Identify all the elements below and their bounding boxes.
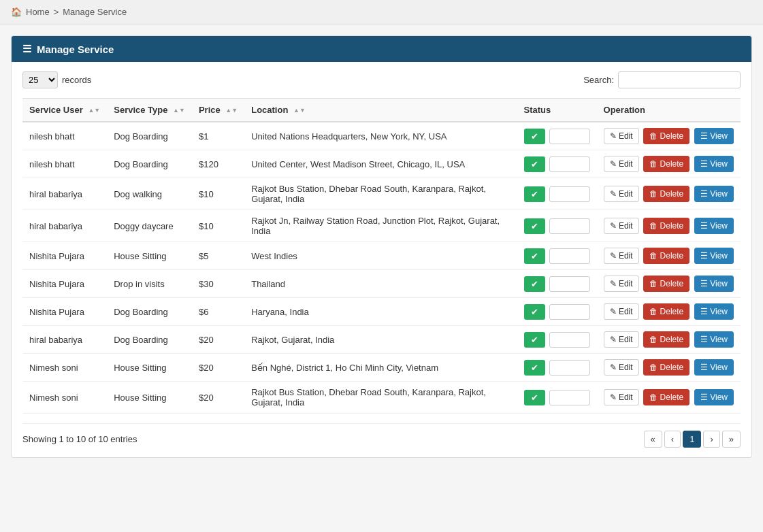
status-input[interactable] bbox=[549, 332, 590, 348]
delete-button[interactable]: 🗑 Delete bbox=[643, 303, 689, 320]
cell-service-type: House Sitting bbox=[107, 354, 192, 382]
cell-price: $10 bbox=[192, 178, 244, 210]
cell-service-type: House Sitting bbox=[107, 382, 192, 414]
table-row: Nishita Pujara Dog Boarding $6 Haryana, … bbox=[22, 298, 741, 326]
edit-button[interactable]: ✎ Edit bbox=[604, 218, 639, 234]
view-button[interactable]: ☰ View bbox=[694, 359, 734, 376]
status-input[interactable] bbox=[549, 129, 590, 144]
edit-button[interactable]: ✎ Edit bbox=[604, 389, 639, 405]
cell-status: ✔ bbox=[517, 354, 597, 382]
cell-operation: ✎ Edit 🗑 Delete ☰ View bbox=[597, 326, 741, 354]
panel-body: 10 25 50 100 records Search: Service Use… bbox=[12, 62, 751, 457]
search-control: Search: bbox=[583, 71, 741, 88]
search-input[interactable] bbox=[618, 71, 741, 88]
status-toggle[interactable]: ✔ bbox=[524, 218, 545, 234]
panel-header: ☰ Manage Service bbox=[12, 36, 751, 62]
view-button[interactable]: ☰ View bbox=[694, 156, 734, 172]
delete-button[interactable]: 🗑 Delete bbox=[643, 218, 689, 234]
status-toggle[interactable]: ✔ bbox=[524, 156, 545, 172]
main-container: ☰ Manage Service 10 25 50 100 records Se… bbox=[11, 35, 752, 458]
edit-button[interactable]: ✎ Edit bbox=[604, 248, 639, 264]
cell-service-user: hiral babariya bbox=[22, 178, 107, 210]
edit-button[interactable]: ✎ Edit bbox=[604, 156, 639, 172]
cell-status: ✔ bbox=[517, 298, 597, 326]
cell-operation: ✎ Edit 🗑 Delete ☰ View bbox=[597, 242, 741, 270]
delete-button[interactable]: 🗑 Delete bbox=[643, 276, 689, 292]
view-button[interactable]: ☰ View bbox=[694, 389, 734, 405]
col-status: Status bbox=[517, 99, 597, 122]
edit-button[interactable]: ✎ Edit bbox=[604, 128, 639, 144]
status-toggle[interactable]: ✔ bbox=[524, 129, 545, 144]
delete-button[interactable]: 🗑 Delete bbox=[643, 156, 689, 172]
edit-button[interactable]: ✎ Edit bbox=[604, 276, 639, 292]
sort-arrows-type: ▲▼ bbox=[173, 107, 185, 114]
delete-button[interactable]: 🗑 Delete bbox=[643, 186, 689, 202]
edit-button[interactable]: ✎ Edit bbox=[604, 331, 639, 348]
status-input[interactable] bbox=[549, 218, 590, 234]
pagination-prev[interactable]: ‹ bbox=[664, 431, 681, 448]
cell-service-type: House Sitting bbox=[107, 242, 192, 270]
records-select[interactable]: 10 25 50 100 bbox=[22, 71, 58, 88]
view-button[interactable]: ☰ View bbox=[694, 186, 734, 202]
cell-price: $5 bbox=[192, 242, 244, 270]
cell-status: ✔ bbox=[517, 122, 597, 150]
edit-button[interactable]: ✎ Edit bbox=[604, 186, 639, 202]
cell-operation: ✎ Edit 🗑 Delete ☰ View bbox=[597, 210, 741, 242]
delete-button[interactable]: 🗑 Delete bbox=[643, 331, 689, 348]
panel-icon: ☰ bbox=[22, 43, 31, 55]
delete-button[interactable]: 🗑 Delete bbox=[643, 128, 689, 144]
pagination-first[interactable]: « bbox=[644, 431, 662, 448]
table-row: Nimesh soni House Sitting $20 Rajkot Bus… bbox=[22, 382, 741, 414]
view-button[interactable]: ☰ View bbox=[694, 248, 734, 264]
status-input[interactable] bbox=[549, 304, 590, 320]
search-label: Search: bbox=[583, 75, 614, 85]
top-controls: 10 25 50 100 records Search: bbox=[22, 71, 741, 88]
cell-operation: ✎ Edit 🗑 Delete ☰ View bbox=[597, 150, 741, 178]
view-button[interactable]: ☰ View bbox=[694, 128, 734, 144]
status-input[interactable] bbox=[549, 186, 590, 202]
view-button[interactable]: ☰ View bbox=[694, 276, 734, 292]
status-toggle[interactable]: ✔ bbox=[524, 304, 545, 320]
cell-price: $10 bbox=[192, 210, 244, 242]
cell-operation: ✎ Edit 🗑 Delete ☰ View bbox=[597, 122, 741, 150]
pagination-current[interactable]: 1 bbox=[683, 431, 701, 448]
breadcrumb-current: Manage Service bbox=[63, 7, 127, 17]
view-button[interactable]: ☰ View bbox=[694, 303, 734, 320]
cell-location: United Center, West Madison Street, Chic… bbox=[244, 150, 517, 178]
status-toggle[interactable]: ✔ bbox=[524, 360, 545, 376]
delete-button[interactable]: 🗑 Delete bbox=[643, 389, 689, 405]
breadcrumb-home[interactable]: Home bbox=[26, 7, 50, 17]
records-control: 10 25 50 100 records bbox=[22, 71, 91, 88]
status-input[interactable] bbox=[549, 156, 590, 172]
table-row: Nishita Pujara House Sitting $5 West Ind… bbox=[22, 242, 741, 270]
view-button[interactable]: ☰ View bbox=[694, 218, 734, 234]
cell-status: ✔ bbox=[517, 270, 597, 298]
delete-button[interactable]: 🗑 Delete bbox=[643, 248, 689, 264]
col-operation: Operation bbox=[597, 99, 741, 122]
pagination-next[interactable]: › bbox=[703, 431, 719, 448]
edit-button[interactable]: ✎ Edit bbox=[604, 359, 639, 376]
table-row: nilesh bhatt Dog Boarding $1 United Nati… bbox=[22, 122, 741, 150]
cell-service-type: Dog Boarding bbox=[107, 326, 192, 354]
cell-service-type: Drop in visits bbox=[107, 270, 192, 298]
status-toggle[interactable]: ✔ bbox=[524, 390, 545, 405]
status-input[interactable] bbox=[549, 248, 590, 264]
status-input[interactable] bbox=[549, 390, 590, 405]
edit-button[interactable]: ✎ Edit bbox=[604, 303, 639, 320]
status-toggle[interactable]: ✔ bbox=[524, 332, 545, 348]
cell-service-user: Nimesh soni bbox=[22, 354, 107, 382]
table-header-row: Service User ▲▼ Service Type ▲▼ Price ▲▼… bbox=[22, 99, 741, 122]
delete-button[interactable]: 🗑 Delete bbox=[643, 359, 689, 376]
status-input[interactable] bbox=[549, 276, 590, 292]
status-toggle[interactable]: ✔ bbox=[524, 186, 545, 202]
status-toggle[interactable]: ✔ bbox=[524, 248, 545, 264]
cell-location: Rajkot Bus Station, Dhebar Road South, K… bbox=[244, 178, 517, 210]
cell-service-user: Nishita Pujara bbox=[22, 298, 107, 326]
status-toggle[interactable]: ✔ bbox=[524, 276, 545, 292]
status-input[interactable] bbox=[549, 360, 590, 376]
cell-status: ✔ bbox=[517, 210, 597, 242]
pagination-last[interactable]: » bbox=[722, 431, 741, 448]
view-button[interactable]: ☰ View bbox=[694, 331, 734, 348]
cell-price: $20 bbox=[192, 382, 244, 414]
cell-location: Rajkot Bus Station, Dhebar Road South, K… bbox=[244, 382, 517, 414]
